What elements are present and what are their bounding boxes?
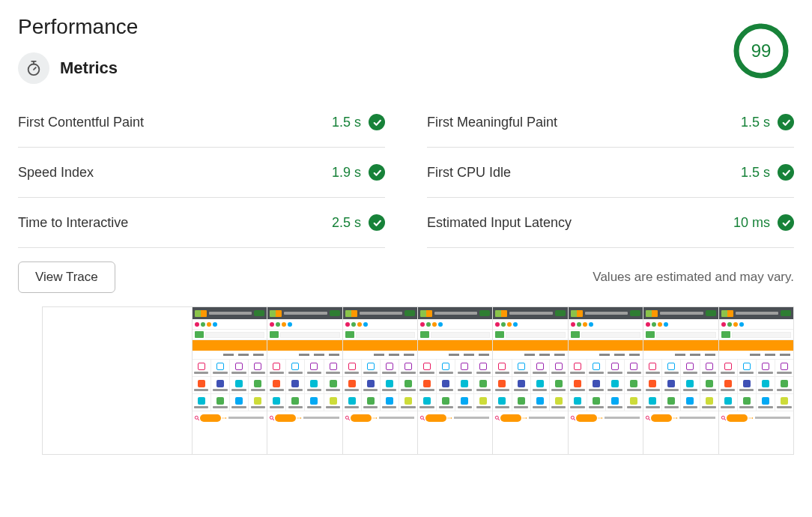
metric-item: Time to Interactive2.5 s [18,198,385,248]
metric-item: First Contentful Paint1.5 s [18,97,385,148]
svg-point-12 [420,416,423,419]
metric-value-group: 1.5 s [741,164,794,181]
metric-item: First Meaningful Paint1.5 s [427,97,794,148]
metric-value: 1.5 s [332,115,361,130]
svg-line-13 [423,419,425,420]
svg-line-1 [34,67,36,70]
filmstrip-frame [418,307,493,454]
filmstrip-blank-frame [43,307,193,454]
filmstrip-frame [343,307,418,454]
check-circle-icon [369,114,385,130]
metric-item: First CPU Idle1.5 s [427,148,794,198]
svg-point-20 [721,416,724,419]
metrics-footer-row: View Trace Values are estimated and may … [18,261,794,293]
metric-value-group: 1.5 s [741,114,794,130]
check-circle-icon [369,214,385,231]
metrics-section-header: Metrics [18,52,733,84]
svg-point-16 [571,416,574,419]
filmstrip-frame [719,307,793,454]
check-circle-icon [369,164,385,181]
svg-line-21 [724,419,726,420]
svg-line-15 [498,419,500,420]
metric-name: Time to Interactive [18,215,128,231]
svg-line-7 [198,419,199,420]
metric-name: First Meaningful Paint [427,115,557,130]
screenshot-filmstrip [42,306,794,455]
metric-value: 1.5 s [741,115,770,130]
metric-name: First Contentful Paint [18,115,144,130]
svg-point-14 [496,416,499,419]
performance-score-gauge: 99 [733,22,790,79]
svg-line-11 [348,419,350,420]
metric-value: 2.5 s [332,215,361,231]
check-circle-icon [778,164,794,181]
filmstrip-frame [193,307,267,454]
view-trace-button[interactable]: View Trace [18,261,115,293]
stopwatch-icon [18,52,49,84]
header-row: Performance Metrics 99 [18,15,794,97]
metric-value: 1.9 s [332,165,361,181]
metric-value: 1.5 s [741,165,770,181]
page-title: Performance [18,15,733,39]
metrics-grid: First Contentful Paint1.5 sFirst Meaning… [18,97,794,248]
metric-value-group: 1.5 s [332,114,385,130]
metrics-section-label: Metrics [60,58,118,78]
performance-report: Performance Metrics 99 Firs [18,15,794,455]
performance-score-value: 99 [733,22,790,79]
check-circle-icon [778,214,794,231]
svg-point-6 [195,416,198,419]
metric-name: First CPU Idle [427,165,511,181]
metric-name: Estimated Input Latency [427,215,572,231]
svg-line-19 [649,419,650,420]
metric-value: 10 ms [733,215,770,231]
metric-name: Speed Index [18,165,94,181]
metric-value-group: 10 ms [733,214,794,231]
svg-line-17 [574,419,575,420]
metric-item: Estimated Input Latency10 ms [427,198,794,248]
svg-line-9 [273,419,274,420]
metric-value-group: 2.5 s [332,214,385,231]
svg-point-10 [345,416,348,419]
metric-value-group: 1.9 s [332,164,385,181]
metric-item: Speed Index1.9 s [18,148,385,198]
svg-point-18 [646,416,649,419]
filmstrip-frame [643,307,718,454]
estimate-note: Values are estimated and may vary. [593,270,794,285]
svg-point-8 [270,416,273,419]
check-circle-icon [778,114,794,130]
filmstrip-frame [267,307,342,454]
header-left: Performance Metrics [18,15,733,97]
filmstrip-frame [493,307,568,454]
filmstrip-frame [569,307,643,454]
